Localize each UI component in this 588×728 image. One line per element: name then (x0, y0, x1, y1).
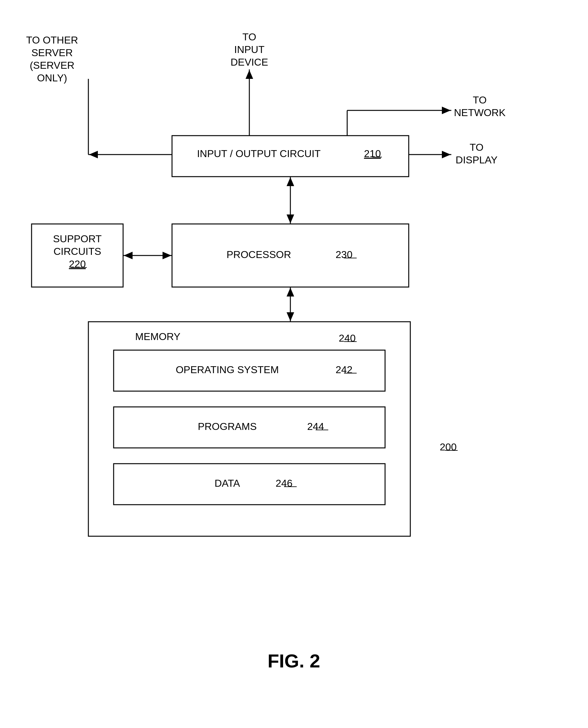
to-network-label2: NETWORK (454, 107, 506, 118)
to-other-server-label3: (SERVER (30, 60, 75, 71)
to-input-device-label2: INPUT (234, 44, 265, 55)
processor-ref: 230 (336, 249, 352, 260)
os-ref: 242 (336, 364, 352, 375)
io-circuit-ref: 210 (364, 148, 381, 159)
support-circuits-ref: 220 (69, 258, 86, 270)
to-other-server-label4: ONLY) (37, 72, 67, 84)
support-circuits-label-line2: CIRCUITS (53, 246, 101, 257)
memory-label: MEMORY (135, 331, 180, 342)
io-circuit-label: INPUT / OUTPUT CIRCUIT (197, 148, 321, 159)
memory-ref: 240 (339, 332, 355, 344)
diagram-container: INPUT / OUTPUT CIRCUIT 210 SUPPORT CIRCU… (0, 0, 588, 728)
to-display-label1: TO (470, 141, 484, 153)
programs-label: PROGRAMS (198, 421, 257, 432)
data-label: DATA (215, 478, 240, 489)
programs-ref: 244 (307, 421, 324, 432)
to-other-server-label1: TO OTHER (26, 35, 78, 46)
to-input-device-label3: DEVICE (230, 57, 268, 68)
to-network-label1: TO (473, 94, 487, 106)
to-other-server-label2: SERVER (31, 47, 72, 58)
os-label: OPERATING SYSTEM (176, 364, 279, 375)
fig-label: FIG. 2 (268, 650, 320, 671)
data-box (113, 464, 385, 505)
overall-ref: 200 (440, 441, 456, 453)
to-display-label2: DISPLAY (456, 154, 498, 166)
processor-label: PROCESSOR (227, 249, 291, 260)
to-input-device-label: TO (243, 31, 256, 43)
data-ref: 246 (275, 478, 292, 489)
support-circuits-label-line1: SUPPORT (53, 233, 102, 244)
